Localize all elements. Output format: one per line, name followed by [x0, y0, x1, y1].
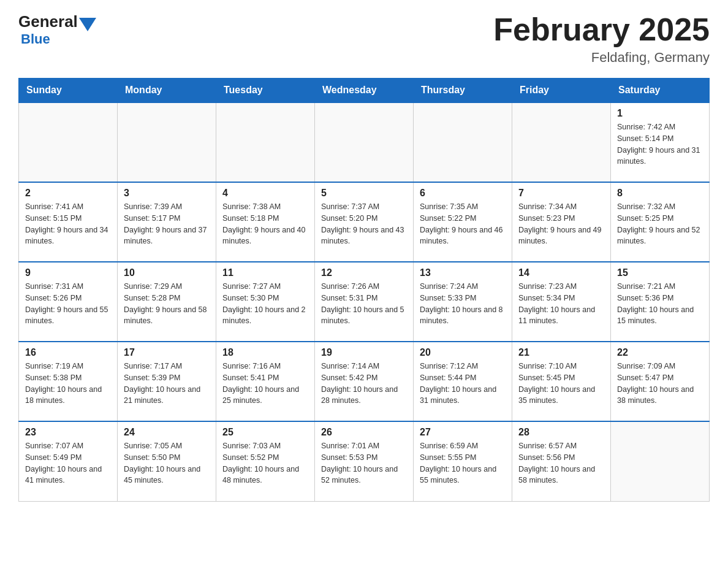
day-info: Sunrise: 7:09 AMSunset: 5:47 PMDaylight:…	[617, 361, 703, 407]
calendar-cell	[118, 102, 216, 182]
day-number: 22	[617, 347, 703, 358]
day-number: 2	[25, 188, 111, 199]
day-info: Sunrise: 7:21 AMSunset: 5:36 PMDaylight:…	[617, 281, 703, 327]
calendar-cell: 23Sunrise: 7:07 AMSunset: 5:49 PMDayligh…	[19, 421, 118, 501]
calendar-cell: 26Sunrise: 7:01 AMSunset: 5:53 PMDayligh…	[315, 421, 414, 501]
calendar-cell: 15Sunrise: 7:21 AMSunset: 5:36 PMDayligh…	[611, 262, 710, 342]
calendar-cell: 4Sunrise: 7:38 AMSunset: 5:18 PMDaylight…	[216, 182, 315, 262]
day-number: 21	[518, 347, 604, 358]
week-row-2: 2Sunrise: 7:41 AMSunset: 5:15 PMDaylight…	[19, 182, 710, 262]
calendar-cell: 8Sunrise: 7:32 AMSunset: 5:25 PMDaylight…	[611, 182, 710, 262]
day-number: 20	[420, 347, 506, 358]
col-friday: Friday	[512, 79, 611, 103]
page-header: General Blue February 2025 Feldafing, Ge…	[18, 12, 710, 66]
calendar-cell: 20Sunrise: 7:12 AMSunset: 5:44 PMDayligh…	[414, 342, 512, 421]
calendar-cell: 7Sunrise: 7:34 AMSunset: 5:23 PMDaylight…	[512, 182, 611, 262]
day-info: Sunrise: 7:05 AMSunset: 5:50 PMDaylight:…	[124, 440, 210, 486]
day-info: Sunrise: 7:19 AMSunset: 5:38 PMDaylight:…	[25, 361, 111, 407]
calendar-cell	[216, 102, 315, 182]
logo-blue-text: Blue	[21, 31, 50, 47]
day-info: Sunrise: 6:57 AMSunset: 5:56 PMDaylight:…	[518, 440, 604, 486]
calendar-cell: 18Sunrise: 7:16 AMSunset: 5:41 PMDayligh…	[216, 342, 315, 421]
day-info: Sunrise: 7:16 AMSunset: 5:41 PMDaylight:…	[222, 361, 308, 407]
day-info: Sunrise: 7:10 AMSunset: 5:45 PMDaylight:…	[518, 361, 604, 407]
day-info: Sunrise: 7:38 AMSunset: 5:18 PMDaylight:…	[222, 201, 308, 247]
day-info: Sunrise: 7:32 AMSunset: 5:25 PMDaylight:…	[617, 201, 703, 247]
col-sunday: Sunday	[19, 79, 118, 103]
calendar-cell: 10Sunrise: 7:29 AMSunset: 5:28 PMDayligh…	[118, 262, 216, 342]
day-number: 4	[222, 188, 308, 199]
day-info: Sunrise: 6:59 AMSunset: 5:55 PMDaylight:…	[420, 440, 506, 486]
day-number: 13	[420, 267, 506, 278]
day-number: 24	[124, 427, 210, 438]
week-row-3: 9Sunrise: 7:31 AMSunset: 5:26 PMDaylight…	[19, 262, 710, 342]
col-monday: Monday	[118, 79, 216, 103]
day-number: 16	[25, 347, 111, 358]
day-number: 7	[518, 188, 604, 199]
calendar-cell	[414, 102, 512, 182]
calendar-cell	[19, 102, 118, 182]
day-info: Sunrise: 7:17 AMSunset: 5:39 PMDaylight:…	[124, 361, 210, 407]
col-tuesday: Tuesday	[216, 79, 315, 103]
month-title: February 2025	[493, 12, 710, 47]
day-number: 28	[518, 427, 604, 438]
day-info: Sunrise: 7:27 AMSunset: 5:30 PMDaylight:…	[222, 281, 308, 327]
day-info: Sunrise: 7:29 AMSunset: 5:28 PMDaylight:…	[124, 281, 210, 327]
col-saturday: Saturday	[611, 79, 710, 103]
day-number: 19	[321, 347, 407, 358]
week-row-5: 23Sunrise: 7:07 AMSunset: 5:49 PMDayligh…	[19, 421, 710, 501]
day-number: 10	[124, 267, 210, 278]
week-row-1: 1Sunrise: 7:42 AMSunset: 5:14 PMDaylight…	[19, 102, 710, 182]
title-block: February 2025 Feldafing, Germany	[493, 12, 710, 66]
calendar-cell: 1Sunrise: 7:42 AMSunset: 5:14 PMDaylight…	[611, 102, 710, 182]
day-number: 8	[617, 188, 703, 199]
calendar-cell: 14Sunrise: 7:23 AMSunset: 5:34 PMDayligh…	[512, 262, 611, 342]
day-number: 25	[222, 427, 308, 438]
calendar-cell: 28Sunrise: 6:57 AMSunset: 5:56 PMDayligh…	[512, 421, 611, 501]
week-row-4: 16Sunrise: 7:19 AMSunset: 5:38 PMDayligh…	[19, 342, 710, 421]
col-wednesday: Wednesday	[315, 79, 414, 103]
calendar-cell: 5Sunrise: 7:37 AMSunset: 5:20 PMDaylight…	[315, 182, 414, 262]
calendar-header-row: Sunday Monday Tuesday Wednesday Thursday…	[19, 79, 710, 103]
day-info: Sunrise: 7:03 AMSunset: 5:52 PMDaylight:…	[222, 440, 308, 486]
day-number: 3	[124, 188, 210, 199]
day-number: 1	[617, 108, 703, 119]
day-number: 14	[518, 267, 604, 278]
day-info: Sunrise: 7:01 AMSunset: 5:53 PMDaylight:…	[321, 440, 407, 486]
day-number: 5	[321, 188, 407, 199]
day-number: 9	[25, 267, 111, 278]
calendar-cell: 6Sunrise: 7:35 AMSunset: 5:22 PMDaylight…	[414, 182, 512, 262]
day-info: Sunrise: 7:23 AMSunset: 5:34 PMDaylight:…	[518, 281, 604, 327]
calendar-cell: 2Sunrise: 7:41 AMSunset: 5:15 PMDaylight…	[19, 182, 118, 262]
logo-top: General	[18, 12, 97, 31]
day-info: Sunrise: 7:35 AMSunset: 5:22 PMDaylight:…	[420, 201, 506, 247]
day-number: 11	[222, 267, 308, 278]
day-info: Sunrise: 7:42 AMSunset: 5:14 PMDaylight:…	[617, 121, 703, 167]
day-info: Sunrise: 7:31 AMSunset: 5:26 PMDaylight:…	[25, 281, 111, 327]
day-number: 18	[222, 347, 308, 358]
day-info: Sunrise: 7:12 AMSunset: 5:44 PMDaylight:…	[420, 361, 506, 407]
calendar-cell: 21Sunrise: 7:10 AMSunset: 5:45 PMDayligh…	[512, 342, 611, 421]
calendar-cell	[611, 421, 710, 501]
calendar-cell: 27Sunrise: 6:59 AMSunset: 5:55 PMDayligh…	[414, 421, 512, 501]
day-number: 12	[321, 267, 407, 278]
day-number: 6	[420, 188, 506, 199]
col-thursday: Thursday	[414, 79, 512, 103]
day-number: 27	[420, 427, 506, 438]
calendar-cell: 22Sunrise: 7:09 AMSunset: 5:47 PMDayligh…	[611, 342, 710, 421]
day-info: Sunrise: 7:34 AMSunset: 5:23 PMDaylight:…	[518, 201, 604, 247]
day-number: 17	[124, 347, 210, 358]
calendar-cell: 25Sunrise: 7:03 AMSunset: 5:52 PMDayligh…	[216, 421, 315, 501]
calendar-cell: 12Sunrise: 7:26 AMSunset: 5:31 PMDayligh…	[315, 262, 414, 342]
calendar-cell: 9Sunrise: 7:31 AMSunset: 5:26 PMDaylight…	[19, 262, 118, 342]
calendar-cell: 24Sunrise: 7:05 AMSunset: 5:50 PMDayligh…	[118, 421, 216, 501]
day-number: 23	[25, 427, 111, 438]
day-info: Sunrise: 7:39 AMSunset: 5:17 PMDaylight:…	[124, 201, 210, 247]
calendar-cell: 11Sunrise: 7:27 AMSunset: 5:30 PMDayligh…	[216, 262, 315, 342]
day-number: 15	[617, 267, 703, 278]
calendar-table: Sunday Monday Tuesday Wednesday Thursday…	[18, 78, 710, 502]
calendar-cell: 17Sunrise: 7:17 AMSunset: 5:39 PMDayligh…	[118, 342, 216, 421]
logo: General Blue	[18, 12, 97, 47]
logo-triangle-icon	[79, 18, 96, 31]
calendar-cell: 16Sunrise: 7:19 AMSunset: 5:38 PMDayligh…	[19, 342, 118, 421]
